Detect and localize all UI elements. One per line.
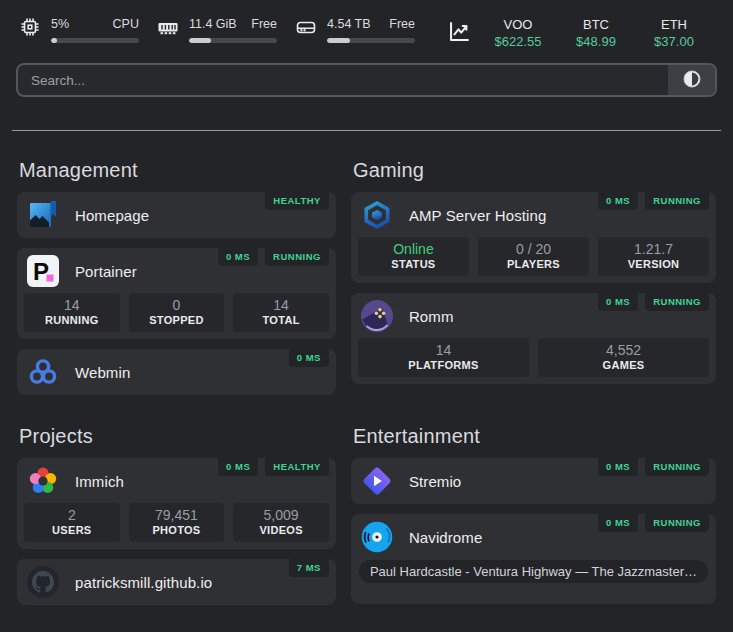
service-title: Navidrome bbox=[409, 529, 482, 546]
status-badge: RUNNING bbox=[645, 514, 709, 532]
ping-badge: 0 MS bbox=[598, 514, 638, 532]
stat-value: 79,451 bbox=[129, 507, 225, 523]
service-card-amp[interactable]: 0 MS RUNNING AMP Serve bbox=[351, 192, 716, 283]
service-title: Webmin bbox=[75, 364, 130, 381]
stat-block: 0 STOPPED bbox=[129, 293, 225, 332]
service-card-homepage[interactable]: HEALTHY Homepage bbox=[17, 192, 336, 238]
status-badge: RUNNING bbox=[265, 248, 329, 266]
stat-label: PHOTOS bbox=[129, 524, 225, 537]
service-card-immich[interactable]: 0 MS HEALTHY Immich bbox=[17, 458, 336, 549]
stat-block: 14 TOTAL bbox=[233, 293, 329, 332]
homepage-icon bbox=[27, 199, 59, 231]
stat-label: RUNNING bbox=[24, 314, 120, 327]
amp-icon bbox=[361, 199, 393, 231]
stock-price: $622.55 bbox=[479, 34, 557, 50]
service-card-github-pages[interactable]: 7 MS patricksmill.github.io bbox=[17, 559, 336, 605]
right-column: Gaming 0 MS RUNNING bbox=[351, 144, 716, 615]
stat-value: 1.21.7 bbox=[598, 241, 709, 257]
service-title: Immich bbox=[75, 473, 124, 490]
group-title: Entertainment bbox=[353, 424, 714, 448]
status-badge: RUNNING bbox=[645, 192, 709, 210]
stat-block: 4,552 GAMES bbox=[538, 338, 709, 377]
webmin-icon bbox=[27, 356, 59, 388]
stat-label: TOTAL bbox=[233, 314, 329, 327]
disk-progress-fill bbox=[327, 38, 350, 43]
status-badge: RUNNING bbox=[645, 293, 709, 311]
service-title: AMP Server Hosting bbox=[409, 207, 546, 224]
stock-symbol: ETH bbox=[635, 15, 713, 33]
cpu-label: CPU bbox=[113, 17, 139, 32]
stat-block: 1.21.7 VERSION bbox=[598, 237, 709, 276]
service-title: patricksmill.github.io bbox=[75, 574, 212, 591]
service-card-stremio[interactable]: 0 MS RUNNING Stremio bbox=[351, 458, 716, 504]
stat-value: 0 / 20 bbox=[478, 241, 589, 257]
group-management: Management HEALTHY bbox=[17, 158, 336, 410]
line-chart-icon bbox=[446, 18, 473, 45]
now-playing-text: Paul Hardcastle - Ventura Highway — The … bbox=[359, 560, 708, 583]
ping-badge: 0 MS bbox=[598, 192, 638, 210]
cpu-progressbar bbox=[51, 38, 139, 43]
stat-label: PLAYERS bbox=[478, 258, 589, 271]
memory-value: 11.4 GiB bbox=[189, 17, 237, 32]
stat-value: 14 bbox=[358, 342, 529, 358]
stat-label: STOPPED bbox=[129, 314, 225, 327]
disk-value: 4.54 TB bbox=[327, 17, 371, 32]
immich-icon bbox=[27, 465, 59, 497]
stat-value: 0 bbox=[129, 297, 225, 313]
stat-block: 14 RUNNING bbox=[24, 293, 120, 332]
stat-value: 2 bbox=[24, 507, 120, 523]
portainer-icon: P bbox=[27, 255, 59, 287]
ping-badge: 0 MS bbox=[218, 458, 258, 476]
stat-block: 79,451 PHOTOS bbox=[129, 503, 225, 542]
stock-eth: ETH $37.00 bbox=[635, 15, 713, 50]
service-title: Homepage bbox=[75, 207, 149, 224]
group-title: Gaming bbox=[353, 158, 714, 182]
stock-price: $48.99 bbox=[557, 34, 635, 50]
stock-btc: BTC $48.99 bbox=[557, 15, 635, 50]
left-column: Management HEALTHY bbox=[17, 144, 336, 615]
group-entertainment: Entertainment 0 MS RUNNING bbox=[351, 424, 716, 604]
resource-cpu: 5% CPU bbox=[18, 15, 139, 43]
resource-disk: 4.54 TB Free bbox=[294, 15, 415, 43]
navidrome-icon bbox=[361, 521, 393, 553]
stat-label: GAMES bbox=[538, 359, 709, 372]
memory-progressbar bbox=[189, 38, 277, 43]
service-card-navidrome[interactable]: 0 MS RUNNING Navidrome bbox=[351, 514, 716, 604]
service-card-webmin[interactable]: 0 MS Webmin bbox=[17, 349, 336, 395]
stat-label: VIDEOS bbox=[233, 524, 329, 537]
stat-value: 5,009 bbox=[233, 507, 329, 523]
ping-badge: 0 MS bbox=[598, 458, 638, 476]
memory-label: Free bbox=[251, 17, 277, 32]
cpu-value: 5% bbox=[51, 17, 69, 32]
stat-value: 14 bbox=[24, 297, 120, 313]
group-title: Management bbox=[19, 158, 334, 182]
group-title: Projects bbox=[19, 424, 334, 448]
stat-block: 0 / 20 PLAYERS bbox=[478, 237, 589, 276]
stock-price: $37.00 bbox=[635, 34, 713, 50]
stat-label: PLATFORMS bbox=[358, 359, 529, 372]
stat-block: 5,009 VIDEOS bbox=[233, 503, 329, 542]
disk-progressbar bbox=[327, 38, 415, 43]
group-projects: Projects 0 MS HEALTHY bbox=[17, 424, 336, 605]
stat-value: 4,552 bbox=[538, 342, 709, 358]
dashboard-groups: Management HEALTHY bbox=[0, 144, 733, 615]
stock-symbol: VOO bbox=[479, 15, 557, 33]
stat-label: USERS bbox=[24, 524, 120, 537]
stat-label: STATUS bbox=[358, 258, 469, 271]
status-badge: RUNNING bbox=[645, 458, 709, 476]
service-card-portainer[interactable]: 0 MS RUNNING P Portainer 14 bbox=[17, 248, 336, 339]
ping-badge: 7 MS bbox=[289, 559, 329, 577]
search-input[interactable] bbox=[18, 65, 668, 95]
disk-icon bbox=[294, 15, 318, 39]
stat-block: 14 PLATFORMS bbox=[358, 338, 529, 377]
service-title: Portainer bbox=[75, 263, 137, 280]
ping-badge: 0 MS bbox=[289, 349, 329, 367]
stat-value: 14 bbox=[233, 297, 329, 313]
service-card-romm[interactable]: 0 MS RUNNING bbox=[351, 293, 716, 384]
service-title: Stremio bbox=[409, 473, 461, 490]
romm-icon bbox=[361, 300, 393, 332]
status-badge: HEALTHY bbox=[265, 458, 329, 476]
resource-widgets: 5% CPU 11. bbox=[18, 15, 415, 43]
search-provider-button[interactable] bbox=[668, 65, 715, 95]
ping-badge: 0 MS bbox=[218, 248, 258, 266]
